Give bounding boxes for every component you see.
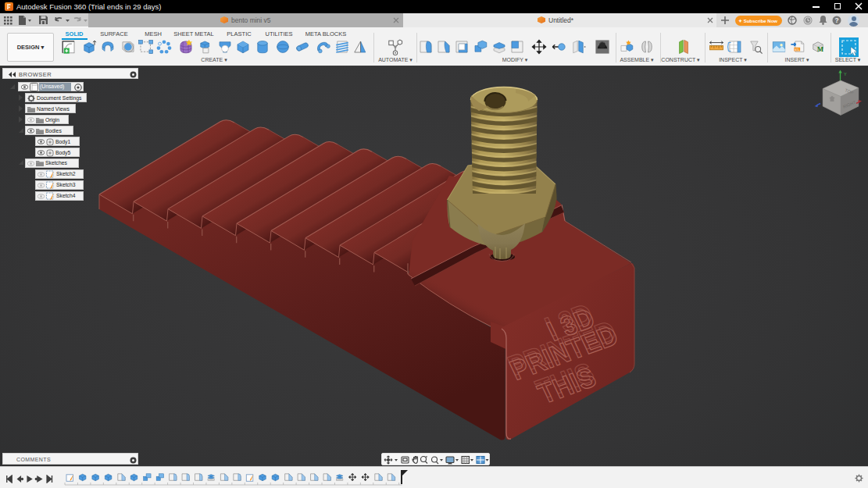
svg-text:Y: Y [844, 72, 847, 77]
